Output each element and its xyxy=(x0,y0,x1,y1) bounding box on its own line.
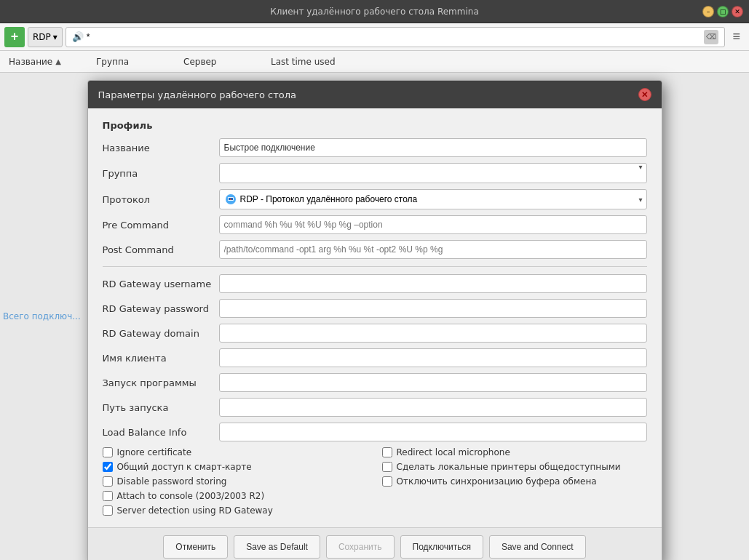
save-button[interactable]: Сохранить xyxy=(326,535,395,559)
protocol-label: RDP xyxy=(33,32,51,42)
checkbox-col-right: Redirect local microphone Сделать локаль… xyxy=(382,447,647,516)
col-name[interactable]: Название ▲ xyxy=(4,57,92,67)
ignore-cert-label[interactable]: Ignore certificate xyxy=(117,447,192,457)
name-label: Название xyxy=(103,143,219,153)
group-select-wrapper: ▾ xyxy=(219,163,647,183)
client-name-input[interactable] xyxy=(219,348,647,367)
dialog-close-button[interactable]: ✕ xyxy=(638,88,651,101)
load-balance-row: Load Balance Info xyxy=(103,423,647,441)
smart-card-label[interactable]: Общий доступ к смарт-карте xyxy=(117,462,252,472)
protocol-row: Протокол RDP - Протокол удалённого рабоч… xyxy=(103,189,647,209)
load-balance-input[interactable] xyxy=(219,423,647,441)
checkbox-section: Ignore certificate Общий доступ к смарт-… xyxy=(103,447,647,516)
checkbox-col-left: Ignore certificate Общий доступ к смарт-… xyxy=(103,447,368,516)
rdg-username-label: RD Gateway username xyxy=(103,279,219,289)
startup-path-label: Путь запуска xyxy=(103,402,219,413)
protocol-selector[interactable]: RDP ▾ xyxy=(28,27,63,47)
load-balance-label: Load Balance Info xyxy=(103,427,219,438)
attach-console-label[interactable]: Attach to console (2003/2003 R2) xyxy=(117,491,265,501)
col-last-used[interactable]: Last time used xyxy=(266,57,745,67)
disable-password-row: Disable password storing xyxy=(103,476,368,487)
window-title: Клиент удалённого рабочего стола Remmina xyxy=(270,7,479,17)
post-command-input[interactable] xyxy=(219,240,647,259)
redirect-mic-checkbox[interactable] xyxy=(382,447,392,457)
rdg-password-label: RD Gateway password xyxy=(103,303,219,314)
toolbar: + RDP ▾ 🔊 ⌫ ≡ xyxy=(0,23,749,51)
disable-clipboard-label[interactable]: Отключить синхронизацию буфера обмена xyxy=(397,476,597,487)
local-printers-row: Сделать локальные принтеры общедоступным… xyxy=(382,462,647,472)
clear-search-button[interactable]: ⌫ xyxy=(704,30,718,44)
startup-path-input[interactable] xyxy=(219,398,647,417)
disable-password-label[interactable]: Disable password storing xyxy=(117,476,227,487)
connect-button[interactable]: Подключиться xyxy=(400,535,483,559)
ignore-cert-checkbox[interactable] xyxy=(103,447,113,457)
startup-row: Запуск программы xyxy=(103,373,647,392)
save-connect-button[interactable]: Save and Connect xyxy=(489,535,586,559)
remote-desktop-params-dialog: Параметры удалённого рабочего стола ✕ Пр… xyxy=(87,80,662,560)
col-group[interactable]: Группа xyxy=(92,57,179,67)
redirect-mic-label[interactable]: Redirect local microphone xyxy=(397,447,510,457)
rdg-domain-label: RD Gateway domain xyxy=(103,328,219,339)
post-command-label: Post Command xyxy=(103,244,219,255)
title-bar: Клиент удалённого рабочего стола Remmina… xyxy=(0,0,749,23)
dialog-header: Параметры удалённого рабочего стола ✕ xyxy=(88,81,662,108)
sort-icon: ▲ xyxy=(55,57,61,65)
startup-path-row: Путь запуска xyxy=(103,398,647,417)
local-printers-label[interactable]: Сделать локальные принтеры общедоступным… xyxy=(397,462,621,472)
disable-clipboard-row: Отключить синхронизацию буфера обмена xyxy=(382,476,647,487)
col-server[interactable]: Сервер xyxy=(179,57,266,67)
dialog-overlay: Параметры удалённого рабочего стола ✕ Пр… xyxy=(0,73,749,560)
save-default-button[interactable]: Save as Default xyxy=(234,535,320,559)
server-detection-checkbox[interactable] xyxy=(103,505,113,516)
search-box: 🔊 ⌫ xyxy=(66,27,726,47)
startup-label: Запуск программы xyxy=(103,377,219,388)
name-row: Название xyxy=(103,138,647,157)
add-connection-button[interactable]: + xyxy=(4,27,25,47)
main-content: Всего подключ... Параметры удалённого ра… xyxy=(0,73,749,560)
disable-password-checkbox[interactable] xyxy=(103,476,113,487)
protocol-label: Протокол xyxy=(103,194,219,205)
menu-button[interactable]: ≡ xyxy=(728,28,745,46)
pre-command-label: Pre Command xyxy=(103,220,219,231)
cancel-button[interactable]: Отменить xyxy=(163,535,228,559)
client-name-label: Имя клиента xyxy=(103,353,219,364)
server-detection-label[interactable]: Server detection using RD Gateway xyxy=(117,505,273,516)
rdg-domain-input[interactable] xyxy=(219,324,647,343)
profile-section-title: Профиль xyxy=(103,120,647,131)
group-select[interactable] xyxy=(219,163,647,183)
rdg-password-row: RD Gateway password xyxy=(103,299,647,318)
group-label: Группа xyxy=(103,168,219,179)
name-input[interactable] xyxy=(219,138,647,157)
protocol-select[interactable]: RDP - Протокол удалённого рабочего стола xyxy=(219,189,647,209)
protocol-select-wrapper: RDP - Протокол удалённого рабочего стола… xyxy=(219,189,647,209)
rdp-protocol-icon xyxy=(225,193,237,205)
dialog-title: Параметры удалённого рабочего стола xyxy=(98,89,297,100)
column-headers: Название ▲ Группа Сервер Last time used xyxy=(0,51,749,73)
local-printers-checkbox[interactable] xyxy=(382,462,392,472)
window-controls: – □ ✕ xyxy=(702,6,743,17)
attach-console-row: Attach to console (2003/2003 R2) xyxy=(103,491,368,501)
pre-command-row: Pre Command xyxy=(103,215,647,234)
startup-input[interactable] xyxy=(219,373,647,392)
close-button[interactable]: ✕ xyxy=(732,6,743,17)
minimize-button[interactable]: – xyxy=(702,6,714,17)
search-input[interactable] xyxy=(87,32,702,42)
rdg-username-input[interactable] xyxy=(219,274,647,293)
post-command-row: Post Command xyxy=(103,240,647,259)
dialog-footer: Отменить Save as Default Сохранить Подкл… xyxy=(88,527,662,560)
group-row: Группа ▾ xyxy=(103,163,647,183)
redirect-mic-row: Redirect local microphone xyxy=(382,447,647,457)
dialog-body: Профиль Название Группа ▾ xyxy=(88,108,662,527)
rdg-password-input[interactable] xyxy=(219,299,647,318)
separator-1 xyxy=(103,266,647,267)
protocol-arrow-icon: ▾ xyxy=(53,32,58,42)
rdg-domain-row: RD Gateway domain xyxy=(103,324,647,343)
maximize-button[interactable]: □ xyxy=(717,6,729,17)
rdg-username-row: RD Gateway username xyxy=(103,274,647,293)
ignore-cert-row: Ignore certificate xyxy=(103,447,368,457)
client-name-row: Имя клиента xyxy=(103,348,647,367)
pre-command-input[interactable] xyxy=(219,215,647,234)
attach-console-checkbox[interactable] xyxy=(103,491,113,501)
smart-card-checkbox[interactable] xyxy=(103,462,113,472)
disable-clipboard-checkbox[interactable] xyxy=(382,476,392,487)
